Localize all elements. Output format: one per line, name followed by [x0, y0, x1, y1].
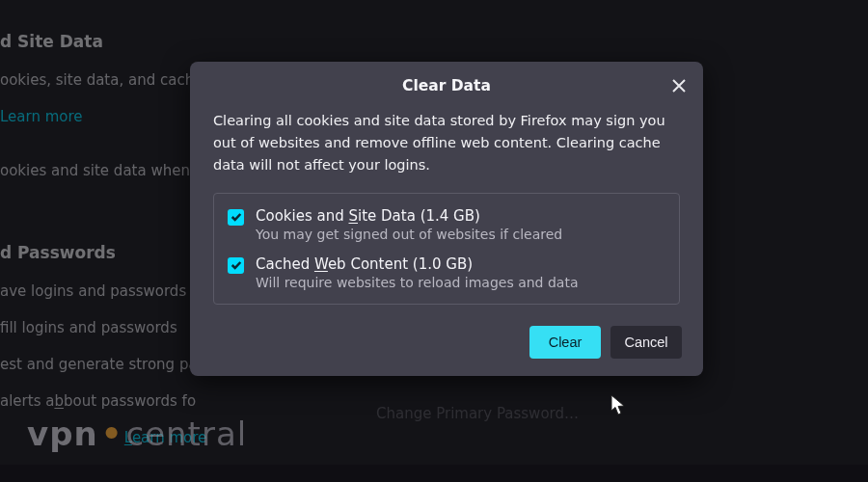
clear-data-dialog: Clear Data Clearing all cookies and site…: [190, 62, 703, 376]
bottom-strip: [0, 465, 868, 482]
cancel-button[interactable]: Cancel: [610, 326, 682, 359]
watermark: vpn•central: [27, 415, 247, 453]
dialog-title: Clear Data: [402, 77, 491, 94]
option-description: Will require websites to reload images a…: [256, 275, 578, 290]
option-label: Cached Web Content (1.0 GB): [256, 255, 578, 273]
checkmark-icon: [231, 211, 242, 223]
option-cached-web-content: Cached Web Content (1.0 GB) Will require…: [228, 255, 665, 290]
option-cookies-site-data: Cookies and Site Data (1.4 GB) You may g…: [228, 207, 665, 242]
checkmark-icon: [231, 259, 242, 271]
checkbox-cookies[interactable]: [228, 209, 244, 226]
close-button[interactable]: [665, 71, 693, 100]
clear-button[interactable]: Clear: [529, 326, 601, 359]
dialog-footer: Clear Cancel: [190, 312, 703, 376]
option-description: You may get signed out of websites if cl…: [256, 227, 562, 242]
checkbox-cache[interactable]: [228, 257, 244, 274]
close-icon: [672, 79, 686, 93]
option-label: Cookies and Site Data (1.4 GB): [256, 207, 562, 225]
options-group: Cookies and Site Data (1.4 GB) You may g…: [213, 193, 680, 305]
dialog-header: Clear Data: [190, 62, 703, 110]
dialog-description: Clearing all cookies and site data store…: [213, 110, 680, 177]
